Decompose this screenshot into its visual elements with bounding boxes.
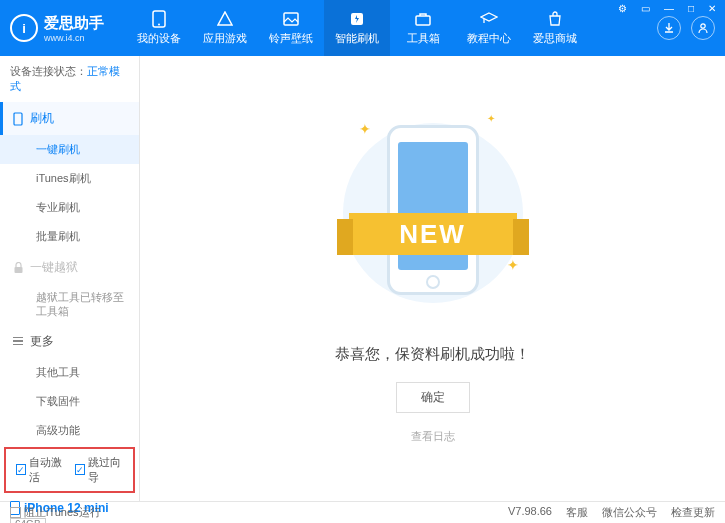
phone-small-icon — [12, 113, 24, 125]
nav-ringtone-wallpaper[interactable]: 铃声壁纸 — [258, 0, 324, 56]
sidebar-jailbreak-header[interactable]: 一键越狱 — [0, 251, 139, 284]
jailbreak-note: 越狱工具已转移至工具箱 — [0, 284, 139, 325]
checkbox-block-itunes[interactable]: 阻止iTunes运行 — [10, 505, 101, 520]
checkbox-skip-guide[interactable]: ✓跳过向导 — [75, 455, 124, 485]
app-title: 爱思助手 — [44, 14, 104, 33]
nav-label: 工具箱 — [407, 31, 440, 46]
app-url: www.i4.cn — [44, 33, 104, 43]
sidebar-sub-download-firmware[interactable]: 下载固件 — [0, 387, 139, 416]
sidebar-sub-itunes-flash[interactable]: iTunes刷机 — [0, 164, 139, 193]
main-content: ✦ ✦ ✦ NEW 恭喜您，保资料刷机成功啦！ 确定 查看日志 — [140, 56, 725, 501]
footer-link-update[interactable]: 检查更新 — [671, 505, 715, 520]
download-button[interactable] — [657, 16, 681, 40]
svg-rect-4 — [416, 16, 430, 25]
maximize-button[interactable]: □ — [685, 2, 697, 15]
svg-rect-6 — [14, 113, 22, 125]
nav-apps-games[interactable]: 应用游戏 — [192, 0, 258, 56]
footer-link-wechat[interactable]: 微信公众号 — [602, 505, 657, 520]
nav-tutorial[interactable]: 教程中心 — [456, 0, 522, 56]
minimize-button[interactable]: — — [661, 2, 677, 15]
checkbox-highlight-row: ✓自动激活 ✓跳过向导 — [4, 447, 135, 493]
nav-toolbox[interactable]: 工具箱 — [390, 0, 456, 56]
sidebar-flash-header[interactable]: 刷机 — [0, 102, 139, 135]
success-message: 恭喜您，保资料刷机成功啦！ — [335, 345, 530, 364]
connection-status: 设备连接状态：正常模式 — [0, 56, 139, 102]
nav-label: 智能刷机 — [335, 31, 379, 46]
svg-point-5 — [701, 24, 705, 28]
nav-store[interactable]: 爱思商城 — [522, 0, 588, 56]
view-log-link[interactable]: 查看日志 — [411, 429, 455, 444]
hamburger-icon — [12, 335, 24, 347]
nav-label: 爱思商城 — [533, 31, 577, 46]
svg-rect-7 — [14, 267, 22, 273]
svg-point-1 — [158, 24, 160, 26]
store-icon — [546, 10, 564, 28]
window-controls: ⚙ ▭ — □ ✕ — [615, 2, 719, 15]
sidebar-sub-other-tools[interactable]: 其他工具 — [0, 358, 139, 387]
close-button[interactable]: ✕ — [705, 2, 719, 15]
svg-rect-2 — [284, 13, 298, 25]
wallpaper-icon — [282, 10, 300, 28]
sidebar-sub-onekey-flash[interactable]: 一键刷机 — [0, 135, 139, 164]
main-nav: 我的设备 应用游戏 铃声壁纸 智能刷机 工具箱 教程中心 爱思商城 — [126, 0, 657, 56]
confirm-button[interactable]: 确定 — [396, 382, 470, 413]
sidebar-more-header[interactable]: 更多 — [0, 325, 139, 358]
flash-icon — [348, 10, 366, 28]
phone-icon — [150, 10, 168, 28]
user-button[interactable] — [691, 16, 715, 40]
success-illustration: ✦ ✦ ✦ NEW — [353, 113, 513, 323]
nav-label: 铃声壁纸 — [269, 31, 313, 46]
version-label: V7.98.66 — [508, 505, 552, 520]
footer-link-support[interactable]: 客服 — [566, 505, 588, 520]
nav-label: 应用游戏 — [203, 31, 247, 46]
nav-label: 我的设备 — [137, 31, 181, 46]
nav-label: 教程中心 — [467, 31, 511, 46]
logo-icon: i — [10, 14, 38, 42]
sidebar: 设备连接状态：正常模式 刷机 一键刷机 iTunes刷机 专业刷机 批量刷机 一… — [0, 56, 140, 501]
toolbox-icon — [414, 10, 432, 28]
nav-my-device[interactable]: 我的设备 — [126, 0, 192, 56]
logo-area: i 爱思助手 www.i4.cn — [0, 14, 114, 43]
lock-icon — [12, 262, 24, 274]
skin-icon[interactable]: ▭ — [638, 2, 653, 15]
apps-icon — [216, 10, 234, 28]
nav-smart-flash[interactable]: 智能刷机 — [324, 0, 390, 56]
checkbox-auto-activate[interactable]: ✓自动激活 — [16, 455, 65, 485]
settings-icon[interactable]: ⚙ — [615, 2, 630, 15]
sidebar-sub-pro-flash[interactable]: 专业刷机 — [0, 193, 139, 222]
sidebar-sub-advanced[interactable]: 高级功能 — [0, 416, 139, 445]
sidebar-sub-batch-flash[interactable]: 批量刷机 — [0, 222, 139, 251]
new-ribbon: NEW — [349, 213, 517, 255]
tutorial-icon — [480, 10, 498, 28]
